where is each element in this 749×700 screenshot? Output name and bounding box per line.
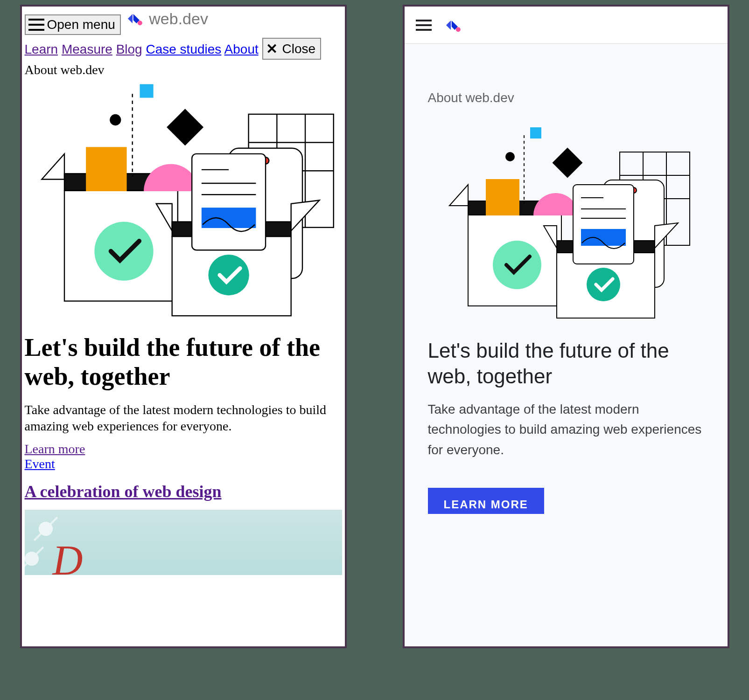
nav-learn[interactable]: Learn: [25, 42, 58, 56]
site-logo[interactable]: web.dev: [126, 9, 208, 28]
page-heading: Let's build the future of the web, toget…: [22, 324, 345, 394]
styled-mockup: About web.dev Let's build the future of …: [403, 5, 729, 648]
learn-more-button[interactable]: LEARN MORE: [428, 488, 544, 514]
event-banner-image: D: [25, 510, 342, 575]
celebration-link[interactable]: A celebration of web design: [25, 482, 222, 501]
learn-more-link[interactable]: Learn more: [25, 442, 342, 457]
hamburger-icon: [28, 19, 44, 31]
logo-text: web.dev: [149, 10, 208, 28]
hero-illustration: [435, 124, 697, 325]
hero-illustration: [22, 80, 345, 324]
close-label: Close: [282, 42, 316, 56]
page-heading: Let's build the future of the web, toget…: [428, 338, 704, 389]
open-menu-button[interactable]: Open menu: [25, 14, 121, 35]
nav-measure[interactable]: Measure: [62, 42, 112, 56]
breadcrumb: About web.dev: [22, 62, 345, 80]
close-icon: ✕: [266, 41, 278, 57]
learn-more-label: LEARN MORE: [444, 498, 528, 511]
breadcrumb: About web.dev: [428, 90, 704, 105]
page-subtext: Take advantage of the latest modern tech…: [22, 394, 345, 442]
app-header: [405, 7, 728, 44]
nav-case-studies[interactable]: Case studies: [146, 42, 221, 56]
nav-about[interactable]: About: [224, 42, 259, 56]
celebration-heading: A celebration of web design: [22, 471, 345, 506]
primary-nav: Learn Measure Blog Case studies About ✕ …: [22, 35, 345, 62]
event-link[interactable]: Event: [25, 457, 342, 471]
logo-mark-icon: [126, 9, 144, 28]
page-subtext: Take advantage of the latest modern tech…: [428, 399, 704, 460]
hamburger-button[interactable]: [416, 20, 432, 31]
nav-blog[interactable]: Blog: [116, 42, 142, 56]
unstyled-mockup: Open menu web.dev Learn Measure Blog Cas…: [20, 5, 347, 648]
logo-mark-icon[interactable]: [444, 16, 462, 35]
close-menu-button[interactable]: ✕ Close: [262, 38, 322, 60]
open-menu-label: Open menu: [47, 17, 115, 32]
